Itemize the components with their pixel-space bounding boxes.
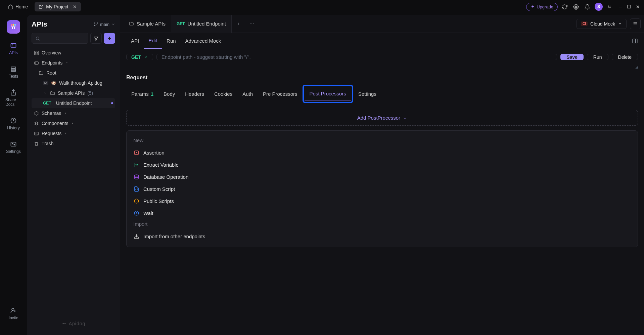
svg-rect-11 <box>11 142 16 146</box>
env-selector[interactable]: CI Cloud Mock <box>577 19 627 29</box>
add-postprocessor-button[interactable]: Add PostProcessor <box>126 110 638 126</box>
svg-point-26 <box>64 323 65 324</box>
svg-point-25 <box>62 323 64 324</box>
req-tab-settings[interactable]: Settings <box>353 85 381 103</box>
svg-rect-23 <box>34 61 38 64</box>
script-icon <box>134 186 139 192</box>
add-button[interactable]: + <box>104 33 115 44</box>
avatar[interactable]: S <box>595 3 603 11</box>
caret-icon <box>71 122 74 125</box>
save-button[interactable]: Save <box>560 54 584 60</box>
rail-tests[interactable]: Tests <box>3 63 24 81</box>
refresh-icon[interactable] <box>560 2 569 11</box>
close-icon[interactable]: ✕ <box>73 4 77 9</box>
svg-rect-22 <box>37 53 38 54</box>
req-tab-pre[interactable]: Pre Processors <box>258 85 303 103</box>
hamburger-button[interactable] <box>630 18 641 29</box>
tree-components[interactable]: Components <box>32 118 115 128</box>
filter-button[interactable] <box>90 33 102 44</box>
project-tab[interactable]: My Project ✕ <box>35 2 81 11</box>
minimize-icon[interactable]: ─ <box>619 4 622 9</box>
tree-root[interactable]: Root <box>32 68 115 78</box>
svg-point-0 <box>575 6 577 7</box>
close-window-icon[interactable]: ✕ <box>636 4 640 9</box>
tree-overview[interactable]: Overview <box>32 48 115 58</box>
req-tab-body[interactable]: Body <box>158 85 180 103</box>
subnav: API Edit Run Advanced Mock <box>120 33 644 49</box>
rail-settings[interactable]: Settings <box>3 138 24 156</box>
folder-icon <box>39 71 44 76</box>
gear-icon[interactable] <box>571 2 581 11</box>
tree-requests[interactable]: Requests <box>32 128 115 138</box>
filter-icon <box>94 36 99 41</box>
maximize-icon[interactable]: ☐ <box>627 4 631 9</box>
highlight-annotation: Post Processors <box>303 85 353 103</box>
svg-point-29 <box>134 175 138 176</box>
tree-schemas[interactable]: Schemas <box>32 108 115 118</box>
upgrade-button[interactable]: Upgrade <box>526 3 558 11</box>
req-tab-headers[interactable]: Headers <box>180 85 209 103</box>
subnav-run[interactable]: Run <box>162 33 181 48</box>
proc-assertion[interactable]: Assertion <box>127 146 638 159</box>
endpoints-icon <box>34 60 39 66</box>
rail-history[interactable]: History <box>3 115 24 132</box>
search-input[interactable] <box>32 33 88 44</box>
path-input[interactable]: Endpoint path - suggest starting with "/… <box>156 54 557 60</box>
home-label: Home <box>15 4 28 9</box>
chevron-down-icon <box>618 22 622 26</box>
rail-invite[interactable]: Invite <box>3 305 24 322</box>
req-tab-auth[interactable]: Auth <box>237 85 258 103</box>
tree-walkthrough[interactable]: M 🐶 Walk through Apidog <box>32 78 115 88</box>
delete-button[interactable]: Delete <box>612 54 638 60</box>
method-select[interactable]: GET <box>126 54 153 60</box>
rail-share[interactable]: Share Docs <box>3 87 24 109</box>
content: Sample APIs GET Untitled Endpoint + ⋯ CI… <box>120 15 644 335</box>
pin-icon[interactable] <box>605 2 614 11</box>
public-icon <box>134 198 139 204</box>
proc-custom[interactable]: Custom Script <box>127 183 638 195</box>
req-tab-post[interactable]: Post Processors <box>305 87 351 100</box>
subnav-api[interactable]: API <box>126 33 144 48</box>
app-logo[interactable] <box>7 20 20 34</box>
caret-icon <box>64 132 67 135</box>
tab-untitled[interactable]: GET Untitled Endpoint <box>171 15 232 33</box>
subnav-advanced[interactable]: Advanced Mock <box>181 33 226 48</box>
panel-toggle-icon[interactable] <box>632 38 638 44</box>
tree-untitled[interactable]: GET Untitled Endpoint <box>32 98 115 108</box>
svg-point-18 <box>36 37 39 40</box>
rail-apis[interactable]: APIs <box>3 40 24 57</box>
proc-database[interactable]: Database Operation <box>127 171 638 183</box>
request-tabs: Params 1 Body Headers Cookies Auth Pre P… <box>126 85 638 103</box>
svg-rect-27 <box>633 39 637 43</box>
extract-icon <box>134 162 139 168</box>
svg-rect-5 <box>12 45 13 45</box>
bell-icon[interactable] <box>583 2 592 11</box>
svg-rect-20 <box>37 51 38 52</box>
tab-sample-apis[interactable]: Sample APIs <box>124 15 171 33</box>
tree-endpoints[interactable]: Endpoints <box>32 58 115 68</box>
add-tab-button[interactable]: + <box>232 21 245 27</box>
subnav-edit[interactable]: Edit <box>144 33 162 49</box>
svg-point-3 <box>14 24 16 26</box>
proc-extract[interactable]: Extract Variable <box>127 159 638 171</box>
resize-handle[interactable]: ◢ <box>120 65 644 71</box>
share-icon <box>10 89 17 96</box>
proc-public[interactable]: Public Scripts <box>127 195 638 207</box>
sidebar-title: APIs <box>32 20 47 28</box>
run-button[interactable]: Run <box>587 54 608 60</box>
home-tab[interactable]: Home <box>4 2 32 11</box>
tab-menu-button[interactable]: ⋯ <box>245 21 259 27</box>
tree-sample-apis[interactable]: Sample APIs (5) <box>32 88 115 98</box>
req-tab-cookies[interactable]: Cookies <box>209 85 237 103</box>
svg-point-15 <box>94 23 95 23</box>
branch-selector[interactable]: main <box>94 22 115 27</box>
svg-rect-8 <box>11 69 15 70</box>
req-tab-params[interactable]: Params 1 <box>126 85 158 103</box>
tree-trash[interactable]: Trash <box>32 138 115 149</box>
requests-icon <box>34 131 39 136</box>
proc-wait[interactable]: Wait <box>127 207 638 219</box>
proc-import-other[interactable]: Import from other endpoints <box>127 230 638 242</box>
proc-group-import: Import <box>127 219 638 230</box>
menu-icon <box>633 21 638 27</box>
folder-icon <box>129 21 134 26</box>
